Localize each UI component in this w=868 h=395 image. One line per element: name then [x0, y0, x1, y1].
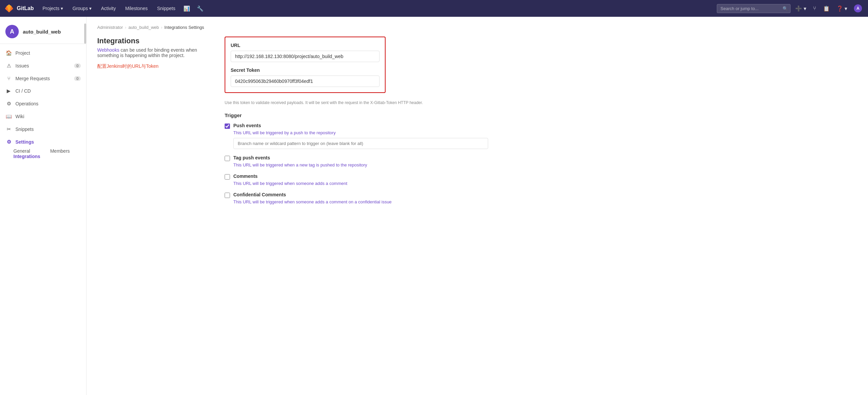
sidebar-item-wiki[interactable]: 📖 Wiki — [0, 110, 86, 123]
stats-icon-button[interactable]: 📊 — [181, 3, 192, 14]
sidebar-item-settings[interactable]: ⚙ Settings — [0, 136, 86, 148]
trigger-confidential-row: Confidential Comments — [225, 192, 857, 198]
sidebar: A auto_build_web 🏠 Project ⚠ Issues 0 ⑂ … — [0, 17, 87, 395]
avatar: A — [5, 25, 19, 38]
secret-token-input[interactable] — [231, 76, 379, 87]
trigger-tag-push-row: Tag push events — [225, 155, 857, 161]
issues-icon: ⚠ — [5, 63, 12, 69]
admin-wrench-button[interactable]: 🔧 — [195, 3, 206, 14]
gitlab-wordmark: GitLab — [17, 5, 34, 11]
confidential-comments-label[interactable]: Confidential Comments — [234, 192, 286, 197]
cicd-icon: ▶ — [5, 88, 12, 94]
jenkins-annotation: 配置Jenkins时的URL与Token — [97, 63, 211, 69]
sidebar-username: auto_build_web — [23, 29, 61, 34]
branch-input[interactable] — [234, 138, 488, 149]
issues-nav-button[interactable]: 📋 — [821, 3, 832, 14]
tag-push-events-checkbox[interactable] — [225, 156, 230, 161]
integrations-layout: Integrations Webhooks can be used for bi… — [97, 36, 857, 210]
page-title: Integrations — [97, 36, 211, 45]
nav-activity[interactable]: Activity — [98, 0, 119, 17]
sidebar-item-cicd[interactable]: ▶ CI / CD — [0, 85, 86, 97]
sidebar-item-issues[interactable]: ⚠ Issues 0 — [0, 59, 86, 72]
push-events-label[interactable]: Push events — [234, 123, 261, 128]
settings-icon: ⚙ — [5, 139, 12, 145]
nav-projects[interactable]: Projects ▾ — [39, 0, 67, 17]
search-input[interactable] — [717, 4, 790, 13]
merge-requests-nav-button[interactable]: ⑂ — [811, 3, 818, 13]
tag-push-events-desc: This URL will be triggered when a new ta… — [234, 163, 857, 167]
comments-label[interactable]: Comments — [234, 173, 257, 179]
url-input[interactable] — [231, 51, 379, 62]
trigger-section: Trigger Push events This URL will be tri… — [225, 112, 857, 204]
sidebar-item-merge-requests[interactable]: ⑂ Merge Requests 0 — [0, 72, 86, 85]
webhooks-description: Webhooks can be used for binding events … — [97, 47, 211, 58]
tag-push-events-label[interactable]: Tag push events — [234, 155, 270, 161]
secret-token-label: Secret Token — [231, 67, 379, 73]
sidebar-item-project[interactable]: 🏠 Project — [0, 47, 86, 59]
page-layout: A auto_build_web 🏠 Project ⚠ Issues 0 ⑂ … — [0, 17, 868, 395]
url-label: URL — [231, 43, 379, 48]
sidebar-sub-integrations[interactable]: Integrations — [0, 151, 45, 162]
comments-desc: This URL will be triggered when someone … — [234, 181, 857, 186]
snippets-icon: ✂ — [5, 126, 12, 132]
breadcrumb-project[interactable]: auto_build_web — [128, 25, 159, 30]
confidential-comments-checkbox[interactable] — [225, 193, 230, 198]
trigger-tag-push-events: Tag push events This URL will be trigger… — [225, 155, 857, 167]
integrations-form: URL Secret Token Use this token to valid… — [225, 36, 857, 210]
create-new-button[interactable]: ➕ ▾ — [793, 3, 808, 14]
merge-requests-icon: ⑂ — [5, 76, 12, 81]
trigger-push-events-row: Push events — [225, 123, 857, 129]
confidential-comments-desc: This URL will be triggered when someone … — [234, 199, 857, 204]
push-events-desc: This URL will be triggered by a push to … — [234, 130, 857, 135]
chevron-down-icon: ▾ — [89, 6, 92, 11]
search-container: 🔍 — [717, 4, 790, 13]
wiki-icon: 📖 — [5, 113, 12, 119]
top-navigation: GitLab Projects ▾ Groups ▾ Activity Mile… — [0, 0, 868, 17]
breadcrumb-current: Integrations Settings — [164, 25, 204, 30]
nav-milestones[interactable]: Milestones — [122, 0, 151, 17]
trigger-title: Trigger — [225, 112, 857, 118]
merge-requests-badge: 0 — [74, 76, 81, 81]
home-icon: 🏠 — [5, 50, 12, 56]
push-events-checkbox[interactable] — [225, 123, 230, 129]
breadcrumb: Administrator › auto_build_web › Integra… — [97, 25, 857, 30]
gitlab-logo[interactable]: GitLab — [4, 3, 34, 13]
breadcrumb-administrator[interactable]: Administrator — [97, 25, 123, 30]
webhooks-link[interactable]: Webhooks — [97, 47, 119, 53]
chevron-down-icon: ▾ — [61, 6, 63, 11]
nav-groups[interactable]: Groups ▾ — [69, 0, 95, 17]
breadcrumb-sep-1: › — [125, 25, 126, 30]
scrollbar-thumb — [84, 24, 86, 44]
issues-badge: 0 — [74, 63, 81, 68]
trigger-confidential-comments: Confidential Comments This URL will be t… — [225, 192, 857, 204]
trigger-comments: Comments This URL will be triggered when… — [225, 173, 857, 186]
trigger-push-events: Push events This URL will be triggered b… — [225, 123, 857, 149]
secret-token-hint: Use this token to validate received payl… — [225, 100, 479, 106]
operations-icon: ⚙ — [5, 101, 12, 107]
url-secret-box: URL Secret Token — [225, 36, 385, 93]
help-button[interactable]: ❓ ▾ — [835, 3, 849, 14]
trigger-comments-row: Comments — [225, 173, 857, 179]
user-avatar-button[interactable]: A — [852, 2, 864, 15]
comments-checkbox[interactable] — [225, 174, 230, 179]
sidebar-scrollbar[interactable] — [84, 17, 86, 395]
sidebar-user-info: A auto_build_web — [0, 22, 86, 44]
breadcrumb-sep-2: › — [161, 25, 162, 30]
integrations-description: Integrations Webhooks can be used for bi… — [97, 36, 211, 210]
main-content: Administrator › auto_build_web › Integra… — [87, 17, 868, 395]
nav-snippets[interactable]: Snippets — [154, 0, 178, 17]
sidebar-item-operations[interactable]: ⚙ Operations — [0, 97, 86, 110]
sidebar-item-snippets[interactable]: ✂ Snippets — [0, 123, 86, 136]
